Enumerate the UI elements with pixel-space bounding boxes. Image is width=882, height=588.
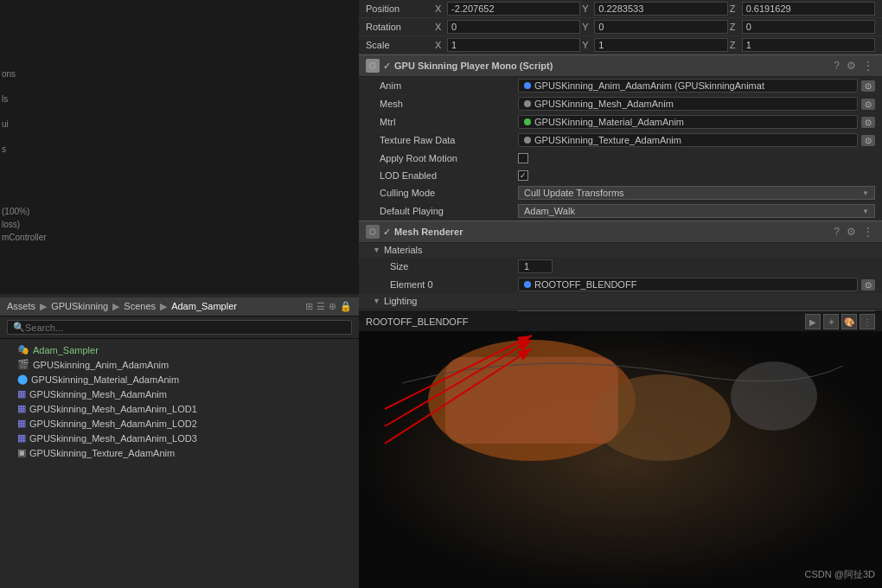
mr-more-btn[interactable]: ⋮ bbox=[861, 226, 875, 238]
position-z-field: Z bbox=[730, 2, 875, 16]
position-y-input[interactable] bbox=[594, 2, 727, 16]
lock-btn[interactable]: 🔒 bbox=[340, 301, 352, 312]
rz-axis-label: Z bbox=[730, 22, 740, 32]
anim-row: Anim GPUSKinning_Anim_AdamAnim (GPUSkinn… bbox=[359, 77, 882, 95]
y-axis-label: Y bbox=[582, 3, 592, 14]
mesh-ref[interactable]: GPUSKinning_Mesh_AdamAnim bbox=[518, 97, 858, 111]
element0-label: Element 0 bbox=[380, 279, 518, 290]
mesh-select-btn[interactable]: ⊙ bbox=[861, 99, 875, 110]
texture-raw-label: Texture Raw Data bbox=[380, 135, 518, 145]
position-z-input[interactable] bbox=[742, 2, 875, 16]
gpu-skinning-header: ⬡ ✓ GPU Skinning Player Mono (Script) ? … bbox=[359, 54, 882, 77]
mesh-renderer-icon: ⬡ bbox=[366, 225, 380, 239]
more-btn[interactable]: ⋮ bbox=[861, 60, 875, 72]
position-row: Position X Y Z bbox=[359, 0, 882, 18]
create-btn[interactable]: ⊞ bbox=[305, 301, 313, 312]
mesh-renderer-title: Mesh Renderer bbox=[394, 227, 828, 237]
sz-axis-label: Z bbox=[730, 40, 740, 50]
scale-y-input[interactable] bbox=[594, 38, 727, 52]
texture-raw-row: Texture Raw Data GPUSKinning_Texture_Ada… bbox=[359, 131, 882, 150]
mtrl-ref[interactable]: GPUSKinning_Material_AdamAnim bbox=[518, 115, 858, 129]
list-item-mesh[interactable]: ▦ GPUSkinning_Mesh_AdamAnim bbox=[0, 387, 359, 401]
anim-select-btn[interactable]: ⊙ bbox=[861, 80, 875, 92]
list-item-anim[interactable]: 🎬 GPUSkinning_Anim_AdamAnim bbox=[0, 357, 359, 372]
scale-z-input[interactable] bbox=[742, 38, 875, 52]
anim-ref[interactable]: GPUSKinning_Anim_AdamAnim (GPUSkinningAn… bbox=[518, 79, 858, 93]
mtrl-ref-text: GPUSKinning_Material_AdamAnim bbox=[534, 117, 684, 127]
side-label-ons: ons bbox=[2, 69, 16, 79]
preview-label: ROOTOFF_BLENDOFF bbox=[366, 316, 468, 327]
lod-enabled-value bbox=[518, 170, 875, 181]
mr-settings-btn[interactable]: ⚙ bbox=[845, 226, 858, 238]
mtrl-value: GPUSKinning_Material_AdamAnim ⊙ bbox=[518, 115, 875, 129]
search-filter-btn[interactable]: ☰ bbox=[316, 301, 325, 312]
preview-color-btn[interactable]: 🎨 bbox=[841, 314, 857, 329]
transform-section: Position X Y Z Rotation bbox=[359, 0, 882, 54]
culling-label: Culling Mode bbox=[380, 188, 518, 198]
settings-btn[interactable]: ⚙ bbox=[845, 60, 858, 72]
default-playing-value: Adam_Walk ▼ bbox=[518, 204, 875, 218]
preview-play-btn[interactable]: ▶ bbox=[805, 314, 821, 329]
materials-size-row: Size 1 bbox=[359, 258, 882, 276]
script-icon: ⬡ bbox=[366, 59, 380, 73]
project-breadcrumb-bar: Assets ▶ GPUSkinning ▶ Scenes ▶ Adam_Sam… bbox=[0, 297, 359, 316]
texture-raw-ref[interactable]: GPUSKinning_Texture_AdamAnim bbox=[518, 133, 858, 147]
lighting-section-header[interactable]: ▼ Lighting bbox=[359, 294, 882, 309]
rotation-y-input[interactable] bbox=[594, 20, 727, 34]
inspector-panel: Position X Y Z Rotation bbox=[359, 0, 882, 588]
mesh-icon: ▦ bbox=[17, 388, 26, 399]
position-x-input[interactable] bbox=[447, 2, 580, 16]
element0-ref[interactable]: ROOTOFF_BLENDOFF bbox=[518, 278, 858, 291]
mesh-lod2-icon: ▦ bbox=[17, 418, 26, 429]
culling-dropdown[interactable]: Cull Update Transforms ▼ bbox=[518, 186, 875, 200]
mesh-lod3-icon: ▦ bbox=[17, 432, 26, 444]
list-item-adam-sampler[interactable]: 🎭 Adam_Sampler bbox=[0, 342, 359, 357]
list-item-texture[interactable]: ▣ GPUSkinning_Texture_AdamAnim bbox=[0, 445, 359, 460]
lod-enabled-checkbox[interactable] bbox=[518, 170, 528, 181]
scale-x-input[interactable] bbox=[447, 38, 580, 52]
materials-size-num: 1 bbox=[518, 259, 553, 273]
culling-value: Cull Update Transforms ▼ bbox=[518, 186, 875, 200]
preview-bar: ROOTOFF_BLENDOFF ▶ ☀ 🎨 ⋮ bbox=[359, 311, 882, 331]
position-label: Position bbox=[366, 3, 435, 14]
default-playing-arrow: ▼ bbox=[862, 208, 869, 215]
search-toolbar: 🔍 bbox=[0, 316, 359, 339]
rotation-x-input[interactable] bbox=[447, 20, 580, 34]
materials-size-label: Size bbox=[380, 261, 518, 272]
default-playing-dropdown[interactable]: Adam_Walk ▼ bbox=[518, 204, 875, 218]
list-item-material[interactable]: ⬤ GPUSkinning_Material_AdamAnim bbox=[0, 372, 359, 387]
list-item-mesh-lod1[interactable]: ▦ GPUSkinning_Mesh_AdamAnim_LOD1 bbox=[0, 401, 359, 416]
mesh-value: GPUSKinning_Mesh_AdamAnim ⊙ bbox=[518, 97, 875, 111]
rotation-z-field: Z bbox=[730, 20, 875, 34]
mtrl-row: Mtrl GPUSKinning_Material_AdamAnim ⊙ bbox=[359, 113, 882, 131]
mtrl-label: Mtrl bbox=[380, 117, 518, 127]
scale-fields: X Y Z bbox=[435, 38, 875, 52]
materials-label: Materials bbox=[384, 245, 423, 255]
apply-root-value bbox=[518, 153, 875, 163]
mtrl-select-btn[interactable]: ⊙ bbox=[861, 117, 875, 128]
asset-list: 🎭 Adam_Sampler 🎬 GPUSkinning_Anim_AdamAn… bbox=[0, 339, 359, 463]
element0-select-btn[interactable]: ⊙ bbox=[861, 279, 875, 291]
mr-help-btn[interactable]: ? bbox=[832, 226, 841, 238]
preview-sun-btn[interactable]: ☀ bbox=[823, 314, 839, 329]
help-btn[interactable]: ? bbox=[832, 60, 841, 72]
materials-section-header[interactable]: ▼ Materials bbox=[359, 243, 882, 258]
inspector-scroll[interactable]: ⬡ ✓ GPU Skinning Player Mono (Script) ? … bbox=[359, 54, 882, 311]
texture-select-btn[interactable]: ⊙ bbox=[861, 135, 875, 146]
rotation-z-input[interactable] bbox=[742, 20, 875, 34]
preview-more-btn[interactable]: ⋮ bbox=[860, 314, 875, 329]
search-icon: 🔍 bbox=[13, 322, 25, 333]
search-input[interactable] bbox=[25, 323, 346, 333]
anim-icon: 🎬 bbox=[17, 359, 29, 370]
position-fields: X Y Z bbox=[435, 2, 875, 16]
enable-checkbox[interactable]: ✓ bbox=[383, 61, 391, 72]
list-item-mesh-lod2[interactable]: ▦ GPUSkinning_Mesh_AdamAnim_LOD2 bbox=[0, 416, 359, 431]
mtrl-dot bbox=[524, 118, 531, 125]
apply-root-checkbox[interactable] bbox=[518, 153, 528, 163]
element0-dot bbox=[524, 281, 531, 288]
default-playing-label: Default Playing bbox=[380, 206, 518, 216]
mesh-renderer-enable[interactable]: ✓ bbox=[383, 227, 391, 238]
zoom-btn[interactable]: ⊕ bbox=[329, 301, 336, 312]
list-item-mesh-lod3[interactable]: ▦ GPUSkinning_Mesh_AdamAnim_LOD3 bbox=[0, 431, 359, 445]
search-box[interactable]: 🔍 bbox=[7, 320, 352, 335]
